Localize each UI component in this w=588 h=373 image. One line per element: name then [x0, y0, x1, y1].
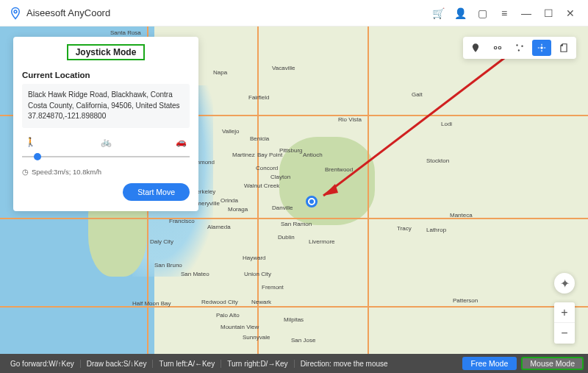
svg-point-0 [14, 10, 17, 13]
multi-stop-icon[interactable] [510, 40, 529, 56]
free-mode-button[interactable]: Free Mode [462, 357, 517, 370]
city-label: Half Moon Bay [132, 300, 171, 307]
city-label: Tracy [397, 225, 412, 232]
bike-icon[interactable]: 🚲 [101, 137, 112, 147]
city-label: Vallejo [222, 128, 239, 135]
city-label: Vacaville [272, 65, 295, 71]
compass-button[interactable]: ✦ [554, 273, 575, 294]
city-label: Moraga [228, 206, 248, 213]
mouse-mode-button[interactable]: Mouse Mode [521, 357, 584, 370]
speed-readout: ◷ Speed:3m/s; 10.8km/h [22, 168, 190, 176]
city-label: San Jose [291, 337, 315, 344]
city-label: Brentwood [325, 166, 353, 173]
speed-slider[interactable] [22, 150, 190, 163]
zoom-controls: + − [554, 302, 575, 344]
city-label: Hayward [243, 255, 266, 261]
city-label: Francisco [169, 218, 195, 224]
modify-location-icon[interactable] [466, 40, 485, 56]
city-label: Sunnyvale [243, 334, 270, 341]
zoom-out-button[interactable]: − [554, 323, 575, 344]
city-label: Clayton [270, 174, 290, 180]
svg-point-6 [521, 46, 523, 47]
window-restore-icon[interactable]: ▢ [473, 4, 491, 22]
bottom-bar: Go forward:W/↑Key Draw back:S/↓Key Turn … [0, 354, 588, 373]
zoom-in-button[interactable]: + [554, 302, 575, 323]
user-icon[interactable]: 👤 [451, 4, 469, 22]
hint-back: Draw back:S/↓Key [81, 360, 154, 368]
close-button[interactable]: ✕ [562, 4, 579, 22]
cart-icon[interactable]: 🛒 [429, 4, 447, 22]
city-label: San Bruno [154, 262, 182, 269]
minimize-button[interactable]: — [517, 4, 535, 22]
gauge-icon: ◷ [22, 168, 29, 176]
location-coords: 37.824870,-121.898800 [28, 111, 184, 122]
svg-point-5 [516, 44, 517, 46]
hint-left: Turn left:A/←Key [153, 360, 221, 368]
app-title: Aiseesoft AnyCoord [26, 7, 110, 18]
city-label: Rio Vista [338, 116, 362, 123]
city-label: Dublin [278, 234, 295, 241]
export-icon[interactable] [554, 40, 573, 56]
mode-toolbar [463, 37, 576, 59]
city-label: Antioch [303, 152, 323, 158]
location-address: Black Hawk Ridge Road, Blackhawk, Contra… [28, 90, 184, 111]
hint-forward: Go forward:W/↑Key [4, 360, 81, 368]
city-label: Napa [213, 69, 227, 76]
mode-title: Joystick Mode [67, 44, 146, 60]
city-label: Milpitas [284, 316, 304, 323]
svg-point-7 [518, 49, 520, 51]
speed-icons: 🚶 🚲 🚗 [22, 137, 190, 147]
city-label: Galt [412, 91, 423, 98]
hint-direction: Direction: move the mouse [295, 360, 394, 368]
city-label: Bay Point [257, 152, 282, 158]
city-label: Martinez [232, 152, 255, 158]
one-stop-icon[interactable] [488, 40, 507, 56]
city-label: Alameda [207, 224, 231, 230]
city-label: Palo Alto [216, 312, 240, 319]
city-label: Orinda [220, 197, 238, 204]
menu-icon[interactable]: ≡ [495, 4, 513, 22]
location-box: Black Hawk Ridge Road, Blackhawk, Contra… [22, 84, 190, 128]
city-label: San Mateo [181, 271, 209, 277]
city-label: San Ramon [281, 221, 312, 227]
svg-point-4 [498, 46, 501, 49]
city-label: Santa Rosa [110, 29, 141, 36]
city-label: Newark [251, 299, 271, 305]
svg-point-3 [494, 46, 497, 49]
current-location-marker [306, 196, 318, 207]
maximize-button[interactable]: ☐ [539, 4, 557, 22]
city-label: Lodi [441, 121, 452, 127]
hint-right: Turn right:D/→Key [221, 360, 294, 368]
location-label: Current Location [22, 71, 190, 79]
city-label: Benicia [250, 135, 269, 142]
joystick-mode-icon[interactable] [532, 40, 551, 56]
city-label: Mountain View [220, 324, 259, 330]
titlebar: Aiseesoft AnyCoord 🛒 👤 ▢ ≡ — ☐ ✕ [0, 0, 588, 26]
city-label: Lathrop [426, 227, 446, 233]
svg-point-8 [540, 46, 543, 49]
city-label: Patterson [453, 297, 478, 304]
city-label: Union City [244, 271, 271, 277]
logo-icon [9, 7, 22, 20]
city-label: Fremont [262, 284, 284, 291]
city-label: Stockton [426, 157, 449, 164]
walk-icon[interactable]: 🚶 [25, 137, 36, 147]
start-move-button[interactable]: Start Move [123, 183, 190, 201]
city-label: Walnut Creek [244, 182, 279, 189]
city-label: Concord [256, 165, 278, 171]
city-label: Pittsburg [279, 147, 303, 154]
map-canvas[interactable]: Santa RosaPetalumaNapaVacavilleFairfield… [0, 26, 588, 354]
car-icon[interactable]: 🚗 [176, 137, 187, 147]
city-label: Livermore [309, 238, 335, 245]
city-label: Fairfield [248, 94, 269, 101]
joystick-panel: Joystick Mode Current Location Black Haw… [13, 37, 198, 211]
city-label: Daly City [150, 238, 173, 245]
city-label: Redwood City [201, 299, 238, 305]
city-label: Manteca [450, 212, 473, 219]
city-label: Danville [272, 205, 293, 211]
